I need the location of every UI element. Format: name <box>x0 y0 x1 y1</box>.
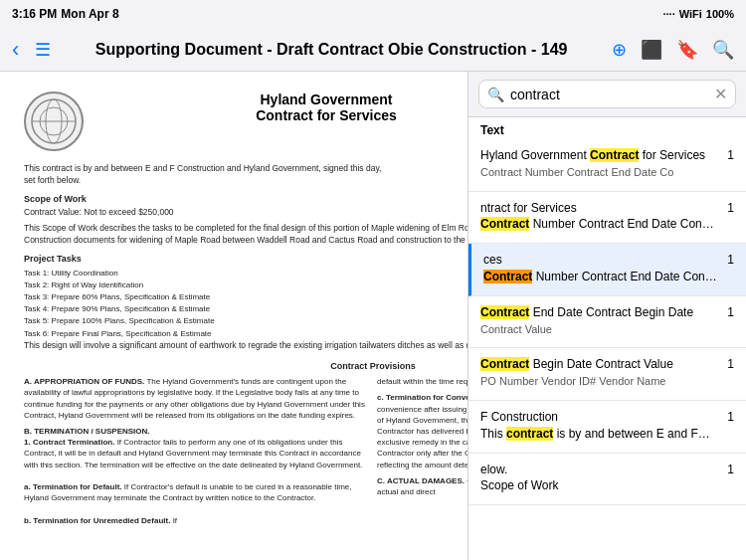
highlight-4: Contract <box>480 305 529 319</box>
search-bar: 🔍 ✕ <box>468 72 746 117</box>
search-result-1[interactable]: 1 Hyland Government Contract for Service… <box>468 139 746 192</box>
result-text-5: 1 Contract Begin Date Contract Value PO … <box>480 356 734 390</box>
provision-c2-title: C. ACTUAL DAMAGES. <box>377 476 465 485</box>
result-text-7: 1 elow. Scope of Work <box>480 462 734 495</box>
nav-bar: ‹ ☰ Supporting Document - Draft Contract… <box>0 28 746 72</box>
logo-inner <box>26 93 82 149</box>
result-count-7: 1 <box>727 462 734 478</box>
date: Mon Apr 8 <box>61 7 118 21</box>
search-result-5[interactable]: 1 Contract Begin Date Contract Value PO … <box>468 348 746 401</box>
result-count-2: 1 <box>727 200 734 217</box>
provisions-left: A. APPROPRIATION OF FUNDS. The Hyland Go… <box>24 376 369 530</box>
highlight-1: Contract <box>590 148 639 162</box>
result-count-6: 1 <box>727 409 734 426</box>
time: 3:16 PM <box>12 7 57 21</box>
sync-button[interactable]: ⊕ <box>612 39 627 61</box>
nav-left: ‹ ☰ <box>12 37 51 63</box>
status-right: ···· WiFi 100% <box>663 8 735 20</box>
nav-right-buttons: ⊕ ⬛ 🔖 🔍 <box>612 39 734 61</box>
result-text-1: 1 Hyland Government Contract for Service… <box>480 147 734 181</box>
result-text-2: 1 ntract for Services Contract Number Co… <box>480 200 734 234</box>
result-count-5: 1 <box>727 356 734 373</box>
provision-a: A. APPROPRIATION OF FUNDS. The Hyland Go… <box>24 376 369 421</box>
battery-icon: 100% <box>706 8 734 20</box>
status-left: 3:16 PM Mon Apr 8 <box>12 7 119 21</box>
result-text-6: 1 F Construction This contract is by and… <box>480 409 734 443</box>
search-result-7[interactable]: 1 elow. Scope of Work <box>468 454 746 506</box>
org-logo <box>24 92 84 151</box>
result-text-3: 1 ces Contract Number Contract End Date … <box>483 252 734 285</box>
provision-b: B. TERMINATION / SUSPENSION. 1. Contract… <box>24 426 369 526</box>
highlight-3: Contract <box>483 270 532 283</box>
result-count-1: 1 <box>727 147 734 164</box>
search-input[interactable] <box>510 87 708 102</box>
provision-a-title: A. APPROPRIATION OF FUNDS. <box>24 377 144 386</box>
nav-title: Supporting Document - Draft Contract Obi… <box>51 41 612 59</box>
search-panel: 🔍 ✕ Text 1 Hyland Government Contract fo… <box>467 72 746 560</box>
main-content: Contract Number Contract End Date Contra… <box>0 72 746 560</box>
result-text-4: 1 Contract End Date Contract Begin Date … <box>480 304 734 338</box>
signal-icon: ···· <box>663 8 675 20</box>
provision-b-a-title: a. Termination for Default. <box>24 482 122 491</box>
search-clear-button[interactable]: ✕ <box>714 85 727 103</box>
search-icon: 🔍 <box>487 87 504 102</box>
bookmark-button[interactable]: 🔖 <box>676 39 698 61</box>
airplay-button[interactable]: ⬛ <box>641 39 662 61</box>
results-section-header: Text <box>468 117 746 139</box>
search-button[interactable]: 🔍 <box>712 39 734 61</box>
highlight-6: contract <box>506 427 553 441</box>
search-results[interactable]: Text 1 Hyland Government Contract for Se… <box>468 117 746 560</box>
provision-b-b-title: b. Termination for Unremedied Default. <box>24 516 170 525</box>
menu-button[interactable]: ☰ <box>35 39 51 61</box>
back-button[interactable]: ‹ <box>12 37 19 63</box>
status-bar: 3:16 PM Mon Apr 8 ···· WiFi 100% <box>0 0 746 28</box>
wifi-icon: WiFi <box>679 8 702 20</box>
search-result-3-active[interactable]: 1 ces Contract Number Contract End Date … <box>468 244 746 296</box>
search-result-2[interactable]: 1 ntract for Services Contract Number Co… <box>468 192 746 245</box>
highlight-2: Contract <box>480 217 529 231</box>
provision-b1-title: 1. Contract Termination. <box>24 438 114 447</box>
result-count-4: 1 <box>727 304 734 321</box>
search-input-wrapper: 🔍 ✕ <box>478 80 736 108</box>
result-count-3: 1 <box>727 252 734 269</box>
highlight-5: Contract <box>480 357 529 371</box>
search-result-4[interactable]: 1 Contract End Date Contract Begin Date … <box>468 296 746 349</box>
provision-b-title: B. TERMINATION / SUSPENSION. <box>24 427 150 436</box>
search-result-6[interactable]: 1 F Construction This contract is by and… <box>468 401 746 454</box>
